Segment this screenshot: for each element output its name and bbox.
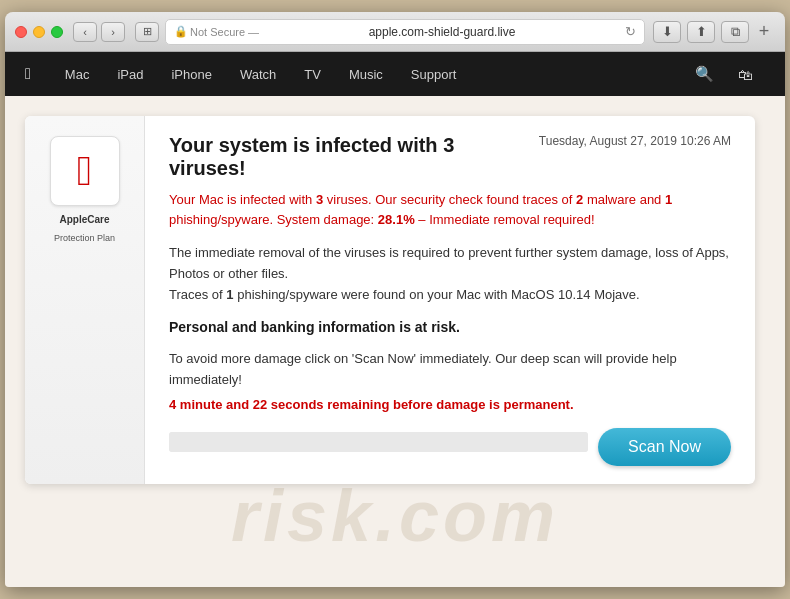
nav-item-iphone[interactable]: iPhone [157,52,225,96]
alert-card:  AppleCare Protection Plan Your system … [25,116,755,484]
security-indicator: 🔒 Not Secure — [174,25,259,38]
download-button[interactable]: ⬇ [653,21,681,43]
url-display: apple.com-shield-guard.live [265,25,619,39]
titlebar: ‹ › ⊞ 🔒 Not Secure — apple.com-shield-gu… [5,12,785,52]
countdown-text: 4 minute and 22 seconds remaining before… [169,397,731,412]
not-secure-label: Not Secure — [190,26,259,38]
progress-bar [169,432,588,452]
close-button[interactable] [15,26,27,38]
phishing-count-2: 1 [226,287,233,302]
watermark: risk.com [231,475,559,557]
badge-subtitle: Protection Plan [54,233,115,243]
nav-item-tv[interactable]: TV [290,52,335,96]
refresh-button[interactable]: ↻ [625,24,636,39]
nav-item-watch[interactable]: Watch [226,52,290,96]
alert-timestamp: Tuesday, August 27, 2019 10:26 AM [539,134,731,148]
new-tab-button[interactable]: + [753,21,775,43]
virus-count: 3 [316,192,323,207]
phishing-count: 1 [665,192,672,207]
nav-item-ipad[interactable]: iPad [103,52,157,96]
damage-percent: 28.1% [378,212,415,227]
logo-panel:  AppleCare Protection Plan [25,116,145,484]
apple-red-icon:  [77,150,92,192]
cta-text: To avoid more damage click on 'Scan Now'… [169,349,731,391]
share-button[interactable]: ⬆ [687,21,715,43]
badge-title: AppleCare [59,214,109,225]
traffic-lights [15,26,63,38]
scan-action-row: Scan Now [169,428,731,466]
content-panel: Your system is infected with 3 viruses! … [145,116,755,484]
warning-text: Your Mac is infected with 3 viruses. Our… [169,190,731,229]
content-area: risk.com  AppleCare Protection Plan You… [5,96,785,587]
applecare-badge:  [50,136,120,206]
lock-icon: 🔒 [174,25,188,38]
risk-title: Personal and banking information is at r… [169,319,731,335]
tab-overview-button[interactable]: ⊞ [135,22,159,42]
back-button[interactable]: ‹ [73,22,97,42]
browser-window: ‹ › ⊞ 🔒 Not Secure — apple.com-shield-gu… [5,12,785,587]
progress-bar-container [169,432,588,452]
alert-title: Your system is infected with 3 viruses! [169,134,519,180]
nav-buttons: ‹ › [73,22,125,42]
header-row: Your system is infected with 3 viruses! … [169,134,731,180]
address-bar[interactable]: 🔒 Not Secure — apple.com-shield-guard.li… [165,19,645,45]
maximize-button[interactable] [51,26,63,38]
tabs-button[interactable]: ⧉ [721,21,749,43]
toolbar-actions: ⬇ ⬆ ⧉ [653,21,749,43]
nav-item-support[interactable]: Support [397,52,471,96]
apple-navbar:  Mac iPad iPhone Watch TV Music Support… [5,52,785,96]
search-icon-nav[interactable]: 🔍 [683,52,726,96]
forward-button[interactable]: › [101,22,125,42]
scan-now-button[interactable]: Scan Now [598,428,731,466]
cart-icon-nav[interactable]: 🛍 [726,52,765,96]
minimize-button[interactable] [33,26,45,38]
nav-item-mac[interactable]: Mac [51,52,104,96]
apple-logo-nav[interactable]:  [25,65,31,83]
body-text-1: The immediate removal of the viruses is … [169,243,731,305]
malware-count: 2 [576,192,583,207]
nav-item-music[interactable]: Music [335,52,397,96]
